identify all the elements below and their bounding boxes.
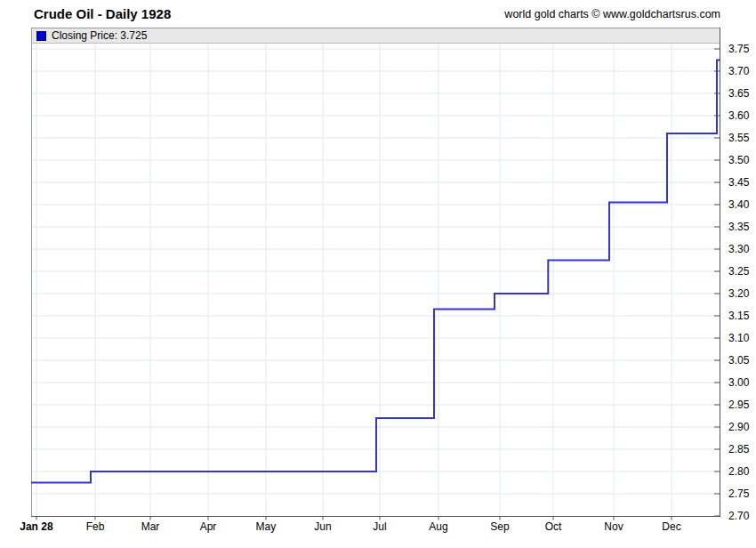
y-axis-label: 3.45 [728,176,749,189]
copyright-text: world gold charts © www.goldchartsrus.co… [504,8,720,20]
x-axis-label-jun: Jun [314,520,331,533]
y-axis-label: 3.70 [728,65,749,77]
y-axis-label: 3.00 [728,376,749,389]
x-axis-label-jan-28: Jan 28 [20,520,52,533]
x-axis-label-nov: Nov [604,520,623,533]
y-axis-label: 2.70 [728,510,749,522]
x-axis-label-may: May [256,520,277,533]
y-axis-labels: 3.753.703.653.603.553.503.453.403.353.30… [728,28,755,522]
x-axis-label-apr: Apr [200,520,217,533]
chart-frame: Closing Price: 3.725 [31,28,720,522]
y-axis-label: 2.95 [728,399,749,411]
x-axis-label-dec: Dec [662,520,680,533]
y-axis-label: 3.75 [728,43,749,55]
y-axis-label: 3.25 [728,265,749,278]
y-axis-label: 3.50 [728,154,749,166]
y-axis-label: 3.40 [728,198,749,211]
legend-bar: Closing Price: 3.725 [32,28,720,44]
x-axis-label-jul: Jul [373,520,386,533]
x-axis-label-mar: Mar [141,520,160,533]
y-axis-label: 3.20 [728,287,749,300]
y-axis-label: 3.60 [728,109,749,122]
x-axis-labels: Jan 28FebMarAprMayJunJulAugSepOctNovDec [31,520,720,535]
blue-square-icon [36,31,46,41]
y-axis-label: 3.10 [728,332,749,344]
x-axis-label-feb: Feb [86,520,105,533]
y-axis-label: 2.85 [728,443,749,455]
y-axis-label: 2.75 [728,488,749,500]
plot-area [31,28,720,522]
y-axis-label: 3.55 [728,132,749,144]
y-axis-label: 3.30 [728,243,749,255]
y-axis-label: 2.90 [728,421,749,433]
y-axis-label: 3.35 [728,221,749,233]
x-axis-label-aug: Aug [429,520,447,533]
page-title: Crude Oil - Daily 1928 [34,6,171,21]
x-axis-label-sep: Sep [490,520,509,533]
y-axis-label: 2.80 [728,465,749,478]
x-axis-label-oct: Oct [545,520,562,533]
legend-label: Closing Price: 3.725 [52,29,147,42]
chart-canvas: Crude Oil - Daily 1928 world gold charts… [0,0,756,548]
y-axis-label: 3.15 [728,310,749,322]
y-axis-label: 3.05 [728,354,749,367]
y-axis-label: 3.65 [728,87,749,100]
